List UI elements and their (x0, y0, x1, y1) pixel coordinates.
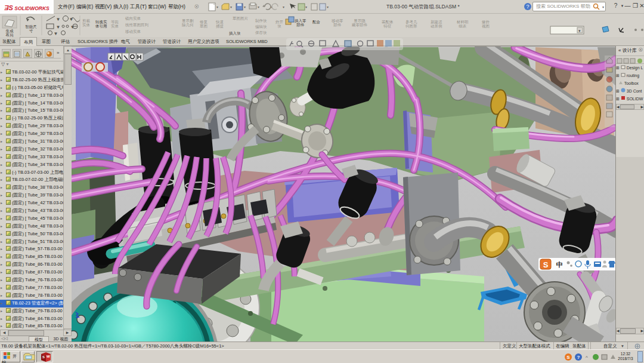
svg-text:S: S (543, 260, 549, 269)
svg-text:S: S (42, 355, 45, 359)
svg-text:▾: ▾ (258, 5, 259, 9)
svg-text:寸: 寸 (29, 29, 33, 33)
svg-text:生成: 生成 (6, 29, 14, 33)
svg-text:S: S (566, 355, 570, 360)
svg-text:▾: ▾ (283, 5, 284, 9)
svg-text:▾: ▾ (327, 5, 329, 9)
svg-text:▾: ▾ (57, 25, 59, 29)
svg-text:▾: ▾ (578, 29, 581, 33)
svg-text:?: ? (577, 355, 580, 360)
svg-text:▾: ▾ (602, 5, 604, 9)
svg-text:W: W (47, 355, 50, 358)
svg-text:▾: ▾ (305, 5, 307, 9)
svg-text:▾: ▾ (57, 17, 59, 21)
svg-text:▾: ▾ (55, 32, 57, 35)
svg-text:^: ^ (586, 355, 588, 360)
svg-text:▾: ▾ (230, 5, 232, 9)
svg-text:▾: ▾ (216, 5, 218, 9)
svg-text:?: ? (526, 4, 529, 10)
svg-text:▾: ▾ (244, 5, 246, 9)
svg-text:布局: 布局 (5, 33, 14, 37)
svg-text:中: 中 (556, 261, 563, 268)
